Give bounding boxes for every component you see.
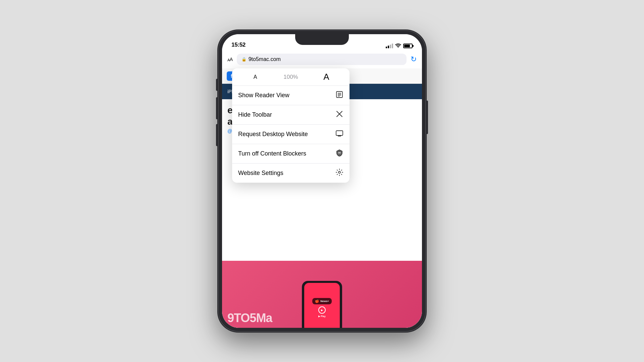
lock-icon: 🔒 xyxy=(241,57,247,62)
pink-banner: 🍎 News+ ▶ ▶ Play 9TO5Ma xyxy=(222,261,422,328)
mini-screen: 🍎 News+ ▶ ▶ Play xyxy=(304,283,340,328)
wifi-icon xyxy=(395,44,401,48)
iphone-screen: 15:52 xyxy=(222,34,422,328)
apple-logo: 🍎 xyxy=(315,299,319,303)
play-button-mini: ▶ xyxy=(318,306,326,314)
show-reader-view-label: Show Reader View xyxy=(238,92,289,99)
hide-toolbar-item[interactable]: Hide Toolbar xyxy=(232,105,350,125)
svg-rect-7 xyxy=(336,131,343,135)
signal-icon xyxy=(386,44,393,48)
banner-text: 9TO5Ma xyxy=(227,311,272,325)
battery-icon xyxy=(403,44,413,48)
font-size-row: A 100% A xyxy=(232,68,350,86)
volume-up-button xyxy=(216,97,218,119)
svg-rect-0 xyxy=(336,92,342,98)
status-icons xyxy=(386,44,413,48)
mini-phone: 🍎 News+ ▶ ▶ Play xyxy=(302,281,342,328)
apple-news-badge: 🍎 News+ xyxy=(312,298,332,304)
gear-icon xyxy=(335,168,343,178)
request-desktop-label: Request Desktop Website xyxy=(238,131,308,138)
font-dropdown: A 100% A Show Reader View xyxy=(232,68,350,183)
power-button xyxy=(426,101,428,134)
notch xyxy=(295,34,349,45)
request-desktop-item[interactable]: Request Desktop Website xyxy=(232,125,350,144)
hide-toolbar-label: Hide Toolbar xyxy=(238,111,272,118)
address-bar[interactable]: AA 🔒 9to5mac.com ↻ xyxy=(222,51,422,68)
font-increase-button[interactable]: A xyxy=(309,72,344,82)
turn-off-content-blockers-label: Turn off Content Blockers xyxy=(238,150,306,157)
large-a-label: A xyxy=(230,57,233,62)
show-reader-view-item[interactable]: Show Reader View xyxy=(232,86,350,105)
reader-view-icon xyxy=(335,90,343,100)
play-label: ▶ Play xyxy=(312,315,332,318)
url-text: 9to5mac.com xyxy=(249,56,281,62)
mute-button xyxy=(216,79,218,91)
font-percent-label: 100% xyxy=(273,74,309,80)
reload-button[interactable]: ↻ xyxy=(411,55,417,64)
website-settings-item[interactable]: Website Settings xyxy=(232,164,350,183)
desktop-icon xyxy=(335,129,343,139)
font-decrease-button[interactable]: A xyxy=(237,74,273,80)
website-settings-label: Website Settings xyxy=(238,170,283,177)
small-a-label: A xyxy=(227,58,230,62)
mini-screen-content: 🍎 News+ ▶ ▶ Play xyxy=(312,298,332,318)
shield-icon xyxy=(335,149,343,159)
url-bar[interactable]: 🔒 9to5mac.com xyxy=(237,54,407,65)
volume-down-button xyxy=(216,124,218,146)
status-time: 15:52 xyxy=(231,42,246,48)
turn-off-content-blockers-item[interactable]: Turn off Content Blockers xyxy=(232,144,350,164)
hide-toolbar-icon xyxy=(335,110,343,120)
svg-point-11 xyxy=(338,171,340,173)
scene: 15:52 xyxy=(218,30,426,332)
battery-fill xyxy=(404,45,410,47)
news-plus-label: News+ xyxy=(320,300,329,303)
aa-button[interactable]: AA xyxy=(227,57,233,62)
